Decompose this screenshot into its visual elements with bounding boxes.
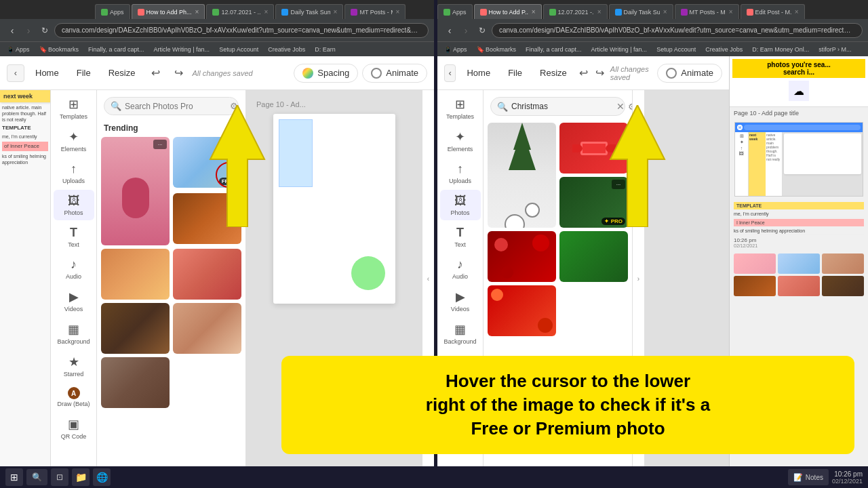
back-button[interactable]: ‹ [5, 24, 19, 37]
sidebar-r-audio[interactable]: ♪ Audio [440, 253, 481, 284]
bookmark-creative[interactable]: Creative Jobs [265, 45, 308, 54]
taskbar-search[interactable]: 🔍 [26, 469, 47, 485]
tab-how-to-add[interactable]: How to Add Ph... × [132, 4, 205, 19]
filter-icon-left[interactable]: ⚙ [230, 101, 238, 111]
bookmark-stifor-r[interactable]: stiforP › M... [816, 45, 854, 54]
tab-daily-right[interactable]: Daily Task Su... × [609, 4, 673, 19]
undo-btn-left[interactable]: ↩ [146, 64, 165, 83]
address-bar-right[interactable]: canva.com/design/DAExZchIBB0/vApIhV0BzO_… [492, 23, 863, 38]
animate-btn-left[interactable]: Animate [362, 64, 427, 83]
redo-btn-right[interactable]: ↪ [594, 64, 606, 83]
reload-button[interactable]: ↻ [38, 24, 52, 37]
address-bar-left[interactable]: canva.com/design/DAExZchIBB0/vApIhV0BzO_… [54, 23, 429, 38]
sidebar-item-elements[interactable]: ✦ Elements [54, 125, 94, 157]
taskbar-folder[interactable]: 📁 [72, 468, 90, 486]
bookmark-card-r[interactable]: Finally, a card capt... [523, 45, 584, 54]
spacing-btn[interactable]: Spacing [294, 64, 358, 83]
back-button-right[interactable]: ‹ [443, 24, 456, 37]
bookmark-setup[interactable]: Setup Account [216, 45, 261, 54]
bookmark-bookmarks[interactable]: 🔖 Bookmarks [37, 45, 82, 54]
sidebar-r-photos[interactable]: 🖼 Photos [440, 190, 481, 220]
sidebar-item-text[interactable]: T Text [54, 222, 94, 252]
taskbar-task-view[interactable]: ⊡ [51, 468, 68, 486]
bookmark-creative-r[interactable]: Creative Jobs [703, 45, 745, 54]
sidebar-item-starred[interactable]: ★ Starred [54, 350, 94, 382]
search-input-right[interactable] [511, 102, 613, 111]
sidebar-item-templates[interactable]: ⊞ Templates [54, 93, 94, 124]
xmas-photo-6[interactable] [488, 285, 556, 336]
xmas-photo-5[interactable] [559, 231, 628, 282]
photo-item-2[interactable]: FREE [173, 137, 241, 188]
sidebar-item-draw[interactable]: A Draw (Beta) [54, 383, 94, 411]
sidebar-r-elements[interactable]: ✦ Elements [440, 125, 481, 157]
tab-date-1[interactable]: 12.07.2021 - ... × [206, 4, 274, 19]
text-label: Text [68, 241, 79, 248]
xmas-photo-1[interactable] [488, 123, 556, 228]
photo-item-6[interactable] [101, 303, 170, 354]
xmas-photo-4[interactable] [488, 231, 556, 282]
sidebar-r-templates[interactable]: ⊞ Templates [440, 93, 481, 124]
sidebar-r-uploads[interactable]: ↑ Uploads [440, 158, 481, 188]
bookmark-setup-r[interactable]: Setup Account [654, 45, 698, 54]
sidebar-r-background[interactable]: ▦ Background [440, 318, 481, 349]
tab-mt-posts[interactable]: MT Posts - M... × [344, 4, 406, 19]
back-nav-left[interactable]: ‹ [7, 64, 24, 82]
bookmark-earn[interactable]: D: Earn [312, 45, 338, 54]
sidebar-r-videos[interactable]: ▶ Videos [440, 285, 481, 317]
r-background-label: Background [443, 338, 476, 345]
bookmark-article-r[interactable]: Article Writing | fan... [588, 45, 650, 54]
tab-date-right[interactable]: 12.07.2021 -... × [543, 4, 608, 19]
more-btn-1[interactable]: ··· [153, 140, 167, 149]
photo-item-3[interactable] [173, 193, 241, 244]
sidebar-item-qr[interactable]: ▣ QR Code [54, 413, 94, 444]
sidebar-item-background[interactable]: ▦ Background [54, 318, 94, 349]
r-audio-label: Audio [452, 273, 468, 280]
sidebar-item-uploads[interactable]: ↑ Uploads [54, 158, 94, 188]
photo-item-7[interactable] [173, 303, 241, 354]
sidebar-r-text[interactable]: T Text [440, 222, 481, 252]
tab-apps-right[interactable]: Apps [437, 4, 473, 19]
clear-search-right[interactable]: ✕ [616, 101, 625, 112]
forward-button-right[interactable]: › [459, 24, 473, 37]
photo-item-1[interactable]: ··· [101, 137, 170, 245]
sidebar-item-photos[interactable]: 🖼 Photos [54, 190, 94, 220]
taskbar-browser[interactable]: 🌐 [93, 468, 111, 486]
xmas-photo-3[interactable]: ··· ✦ PRO [559, 177, 628, 228]
animate-btn-right[interactable]: Animate [657, 64, 722, 83]
photo-item-8[interactable] [101, 357, 170, 408]
search-input-left[interactable] [125, 102, 226, 111]
bookmark-apps[interactable]: 📱 Apps [4, 45, 33, 54]
photo-item-5[interactable] [173, 249, 241, 300]
page-label-left: Page 10 - Ad... [256, 100, 306, 108]
sidebar-item-audio[interactable]: ♪ Audio [54, 253, 94, 284]
filter-icon-right[interactable]: ⚙ [628, 102, 633, 112]
resize-btn-right[interactable]: Resize [533, 65, 574, 81]
sidebar-item-videos[interactable]: ▶ Videos [54, 285, 94, 317]
taskbar-notes[interactable]: 📝 Notes [788, 469, 829, 485]
xmas-photo-2[interactable] [559, 123, 628, 174]
bookmark-bookmarks-r[interactable]: 🔖 Bookmarks [474, 45, 519, 54]
photo-item-4[interactable] [101, 249, 170, 300]
forward-button[interactable]: › [22, 24, 35, 37]
more-btn-xmas[interactable]: ··· [612, 180, 625, 189]
tab-daily-task[interactable]: Daily Task Sum... × [275, 4, 343, 19]
bookmark-apps-r[interactable]: 📱 Apps [441, 45, 470, 54]
bookmark-earn-r[interactable]: D: Earn Money Onl... [749, 45, 812, 54]
tab-apps[interactable]: Apps [95, 4, 130, 19]
home-btn-right[interactable]: Home [460, 65, 497, 81]
bookmark-card[interactable]: Finally, a card capt... [85, 45, 146, 54]
back-nav-right[interactable]: ‹ [444, 64, 456, 82]
reload-button-right[interactable]: ↻ [475, 24, 489, 37]
taskbar-windows[interactable]: ⊞ [5, 468, 23, 486]
home-btn-left[interactable]: Home [28, 65, 66, 81]
tab-how-to-right[interactable]: How to Add P... × [474, 4, 542, 19]
file-btn-right[interactable]: File [501, 65, 529, 81]
tab-mt-right[interactable]: MT Posts - Ma... × [675, 4, 739, 19]
undo-btn-right[interactable]: ↩ [578, 64, 590, 83]
redo-btn-left[interactable]: ↪ [169, 64, 188, 83]
file-btn-left[interactable]: File [70, 65, 98, 81]
r-templates-icon: ⊞ [455, 97, 465, 112]
resize-btn-left[interactable]: Resize [102, 65, 142, 81]
bookmark-article[interactable]: Article Writing | fan... [151, 45, 212, 54]
tab-edit-right[interactable]: Edit Post - M... × [741, 4, 805, 19]
